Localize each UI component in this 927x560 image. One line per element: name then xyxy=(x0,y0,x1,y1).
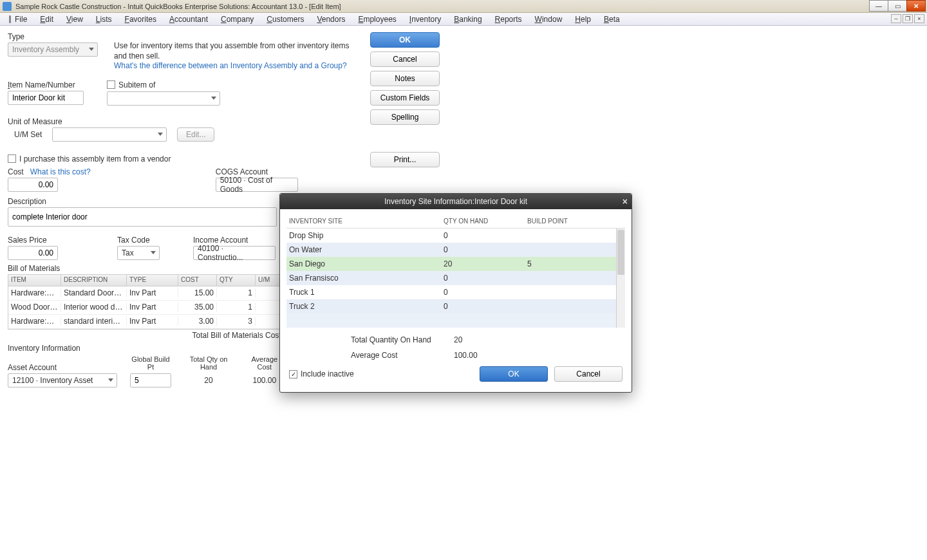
modal-title: Inventory Site Information:Interior Door… xyxy=(384,197,527,206)
uom-set-label: U/M Set xyxy=(14,130,42,139)
modal-total-qty-label: Total Quantity On Hand xyxy=(351,335,454,344)
menu-lists[interactable]: Lists xyxy=(89,14,118,25)
window-title: Sample Rock Castle Construction - Intuit… xyxy=(15,3,341,10)
include-inactive-label: Include inactive xyxy=(301,369,354,378)
menu-reports[interactable]: Reports xyxy=(489,14,529,25)
site-row[interactable]: Truck 20 xyxy=(286,299,625,313)
menu-file[interactable]: File xyxy=(3,14,33,25)
cogs-label: COGS Account xyxy=(216,167,298,176)
site-header-site: INVENTORY SITE xyxy=(286,218,441,225)
bom-header-desc: DESCRIPTION xyxy=(61,275,127,286)
menu-employees[interactable]: Employees xyxy=(351,14,402,25)
subitem-checkbox[interactable] xyxy=(107,80,115,89)
bom-header-cost: COST xyxy=(178,275,217,286)
modal-avg-cost-value: 100.00 xyxy=(454,351,478,360)
site-row[interactable]: San Diego205 xyxy=(286,257,625,271)
inventory-site-modal: Inventory Site Information:Interior Door… xyxy=(279,193,632,393)
modal-total-qty-value: 20 xyxy=(454,335,462,344)
subitem-select[interactable] xyxy=(107,91,220,106)
bom-header-qty: QTY xyxy=(217,275,256,286)
modal-close-icon[interactable]: × xyxy=(623,196,628,207)
menu-window[interactable]: Window xyxy=(529,14,569,25)
site-row-blank xyxy=(286,313,625,328)
menu-edit[interactable]: Edit xyxy=(33,14,60,25)
income-account-select[interactable]: 40100 · Constructio... xyxy=(193,246,276,260)
notes-button[interactable]: Notes xyxy=(370,71,440,86)
menu-favorites[interactable]: Favorites xyxy=(118,14,163,25)
custom-fields-button[interactable]: Custom Fields xyxy=(370,90,440,106)
avg-cost-label: Average Cost xyxy=(246,355,283,371)
site-header-bp: BUILD POINT xyxy=(525,218,608,225)
site-table: INVENTORY SITE QTY ON HAND BUILD POINT D… xyxy=(286,214,625,328)
app-icon xyxy=(3,2,12,11)
site-table-scrollbar[interactable] xyxy=(616,229,625,328)
purchase-vendor-checkbox[interactable] xyxy=(8,154,16,163)
bom-header-item: ITEM xyxy=(8,275,61,286)
spelling-button[interactable]: Spelling xyxy=(370,109,440,125)
sales-price-label: Sales Price xyxy=(8,236,58,245)
modal-ok-button[interactable]: OK xyxy=(480,366,548,382)
asset-account-select[interactable]: 12100 · Inventory Asset xyxy=(8,373,117,387)
type-help-link[interactable]: What's the difference between an Invento… xyxy=(114,61,347,70)
window-titlebar: Sample Rock Castle Construction - Intuit… xyxy=(0,0,927,13)
subitem-label: Subitem of xyxy=(118,80,155,89)
site-row[interactable]: San Fransisco0 xyxy=(286,271,625,285)
bom-row[interactable]: Hardware:Br...standard interior...Inv Pa… xyxy=(8,315,283,329)
sales-price-input[interactable] xyxy=(8,246,58,260)
site-row[interactable]: Truck 10 xyxy=(286,285,625,299)
site-row[interactable]: On Water0 xyxy=(286,243,625,257)
item-name-input[interactable] xyxy=(8,91,84,105)
uom-select[interactable] xyxy=(52,127,167,142)
menu-beta[interactable]: Beta xyxy=(597,14,626,25)
print-button[interactable]: Print... xyxy=(370,152,440,167)
income-account-label: Income Account xyxy=(193,236,276,245)
mdi-minimize[interactable]: – xyxy=(891,14,901,23)
total-qty-label: Total Qty on Hand xyxy=(184,355,233,371)
description-input[interactable] xyxy=(8,207,277,227)
mdi-close[interactable]: × xyxy=(914,14,924,23)
type-label: Type xyxy=(8,32,108,41)
global-build-input[interactable] xyxy=(130,373,171,387)
menu-bar: FileEditViewListsFavoritesAccountantComp… xyxy=(0,13,927,26)
bom-header-um: U/M xyxy=(256,275,281,286)
cogs-select[interactable]: 50100 · Cost of Goods xyxy=(216,178,298,192)
bom-row[interactable]: Wood Door:I...Interior wood doorInv Part… xyxy=(8,301,283,315)
maximize-button[interactable]: ▭ xyxy=(888,0,907,12)
menu-vendors[interactable]: Vendors xyxy=(310,14,351,25)
purchase-vendor-label: I purchase this assembly item from a ven… xyxy=(19,154,171,163)
item-name-label: Item Name/Number xyxy=(8,80,84,89)
asset-account-label: Asset Account xyxy=(8,363,117,372)
menu-customers[interactable]: Customers xyxy=(260,14,310,25)
menu-view[interactable]: View xyxy=(60,14,89,25)
site-row[interactable]: Drop Ship0 xyxy=(286,229,625,243)
global-build-label: Global Build Pt xyxy=(130,355,171,371)
bom-header-type: TYPE xyxy=(127,275,178,286)
bom-total-label: Total Bill of Materials Cost: xyxy=(8,331,283,340)
bom-row[interactable]: Hardware:D...Standard Doork...Inv Part15… xyxy=(8,286,283,301)
type-select[interactable]: Inventory Assembly xyxy=(8,42,98,57)
modal-avg-cost-label: Average Cost xyxy=(351,351,454,360)
tax-code-select[interactable]: Tax xyxy=(117,246,160,260)
menu-company[interactable]: Company xyxy=(214,14,260,25)
mdi-restore[interactable]: ❐ xyxy=(903,14,913,23)
menu-banking[interactable]: Banking xyxy=(447,14,488,25)
ok-button[interactable]: OK xyxy=(370,32,440,48)
cancel-button[interactable]: Cancel xyxy=(370,51,440,67)
site-header-qty: QTY ON HAND xyxy=(441,218,525,225)
include-inactive-checkbox[interactable] xyxy=(289,370,297,378)
menu-help[interactable]: Help xyxy=(568,14,597,25)
cost-input[interactable] xyxy=(8,178,58,192)
menu-inventory[interactable]: Inventory xyxy=(403,14,447,25)
total-qty-value: 20 xyxy=(184,373,233,387)
minimize-button[interactable]: — xyxy=(869,0,888,12)
bom-table: ITEM DESCRIPTION TYPE COST QTY U/M Hardw… xyxy=(8,274,283,330)
side-button-panel: OK Cancel Notes Custom Fields Spelling P… xyxy=(370,32,441,171)
uom-edit-button[interactable]: Edit... xyxy=(177,127,214,142)
modal-cancel-button[interactable]: Cancel xyxy=(554,366,623,382)
tax-code-label: Tax Code xyxy=(117,236,160,245)
type-description: Use for inventory items that you assembl… xyxy=(114,41,349,61)
avg-cost-value: 100.00 xyxy=(246,373,283,387)
menu-accountant[interactable]: Accountant xyxy=(163,14,214,25)
close-button[interactable]: ✕ xyxy=(906,0,926,12)
cost-help-link[interactable]: What is this cost? xyxy=(30,167,91,176)
